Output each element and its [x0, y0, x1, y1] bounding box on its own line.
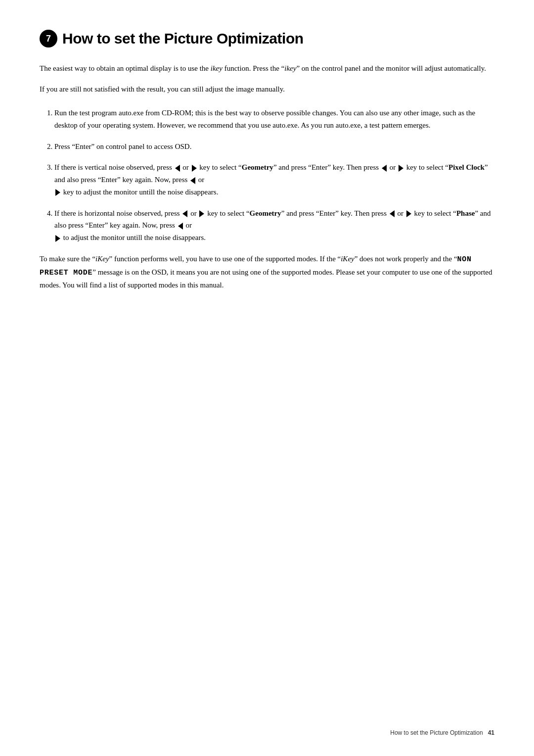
right-arrow-icon-3c: [55, 189, 60, 196]
page-footer: How to set the Picture Optimization 41: [390, 729, 494, 736]
right-arrow-icon-4a: [199, 210, 204, 217]
right-arrow-icon-4b: [406, 210, 411, 217]
list-item-3: If there is vertical noise observed, pre…: [54, 161, 494, 198]
list-item-2: Press “Enter” on control panel to access…: [54, 141, 494, 153]
page-title: How to set the Picture Optimization: [62, 30, 304, 47]
left-arrow-icon-3b: [382, 165, 387, 172]
page-content: The easiest way to obtain an optimal dis…: [40, 62, 494, 291]
chapter-icon: 7: [40, 30, 57, 47]
right-arrow-icon-3a: [192, 165, 197, 172]
right-arrow-icon-4c: [55, 235, 60, 242]
left-arrow-icon-4a: [182, 210, 187, 217]
footer-label: How to set the Picture Optimization: [390, 729, 483, 736]
footer-page-number: 41: [488, 729, 494, 736]
page-container: 7 How to set the Picture Optimization Th…: [0, 0, 534, 756]
final-paragraph: To make sure the “iKey” function perform…: [40, 253, 494, 291]
right-arrow-icon-3b: [399, 165, 403, 172]
left-arrow-icon-3a: [175, 165, 180, 172]
list-item-4: If there is horizontal noise observed, p…: [54, 207, 494, 244]
left-arrow-icon-4c: [178, 223, 183, 230]
instruction-list: Run the test program auto.exe from CD-RO…: [49, 107, 494, 244]
list-item-1: Run the test program auto.exe from CD-RO…: [54, 107, 494, 132]
left-arrow-icon-4b: [390, 210, 395, 217]
intro-paragraph-1: The easiest way to obtain an optimal dis…: [40, 62, 494, 74]
left-arrow-icon-3c: [190, 177, 195, 184]
page-heading: 7 How to set the Picture Optimization: [40, 30, 494, 47]
intro-paragraph-2: If you are still not satisfied with the …: [40, 83, 494, 95]
